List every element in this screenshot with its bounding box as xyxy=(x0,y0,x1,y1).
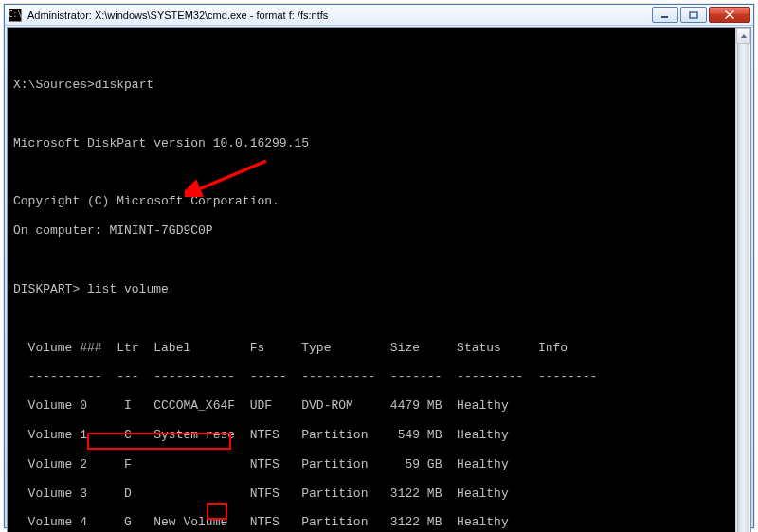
scroll-thumb[interactable] xyxy=(737,44,749,532)
computer-line: On computer: MININT-7GD9C0P xyxy=(13,223,730,238)
blank-line xyxy=(13,107,730,121)
table-header: Volume ### Ltr Label Fs Type Size Status… xyxy=(13,341,730,355)
svg-rect-1 xyxy=(690,12,697,18)
svg-rect-0 xyxy=(661,16,668,18)
table-row: Volume 4 G New Volume NTFS Partition 312… xyxy=(13,515,730,529)
window-title: Administrator: X:\windows\SYSTEM32\cmd.e… xyxy=(27,9,646,21)
vertical-scrollbar[interactable] xyxy=(735,28,750,532)
version-line: Microsoft DiskPart version 10.0.16299.15 xyxy=(13,136,730,151)
client-area: X:\Sources>diskpart Microsoft DiskPart v… xyxy=(7,27,751,532)
table-row: Volume 0 I CCCOMA_X64F UDF DVD-ROM 4479 … xyxy=(13,399,730,413)
prompt-line-1: X:\Sources>diskpart xyxy=(13,78,730,92)
table-row: Volume 3 D NTFS Partition 3122 MB Health… xyxy=(13,487,730,501)
close-button[interactable] xyxy=(709,7,750,23)
copyright-line: Copyright (C) Microsoft Corporation. xyxy=(13,194,730,208)
scroll-track[interactable] xyxy=(736,44,750,532)
title-bar[interactable]: C:\ Administrator: X:\windows\SYSTEM32\c… xyxy=(5,5,753,26)
blank-line xyxy=(13,311,730,326)
window-buttons xyxy=(652,7,750,23)
blank-line xyxy=(13,48,730,62)
scroll-up-button[interactable] xyxy=(736,28,750,44)
table-row: Volume 2 F NTFS Partition 59 GB Healthy xyxy=(13,457,730,471)
maximize-button[interactable] xyxy=(680,7,707,23)
table-divider: ---------- --- ----------- ----- -------… xyxy=(13,369,730,383)
cmd-icon: C:\ xyxy=(9,9,22,22)
blank-line xyxy=(13,253,730,267)
table-row: Volume 1 C System rese NTFS Partition 54… xyxy=(13,428,730,442)
minimize-button[interactable] xyxy=(652,7,678,23)
console-output[interactable]: X:\Sources>diskpart Microsoft DiskPart v… xyxy=(8,28,735,532)
cmd-window: C:\ Administrator: X:\windows\SYSTEM32\c… xyxy=(4,4,754,528)
diskpart-list-line: DISKPART> list volume xyxy=(13,282,730,296)
blank-line xyxy=(13,166,730,180)
